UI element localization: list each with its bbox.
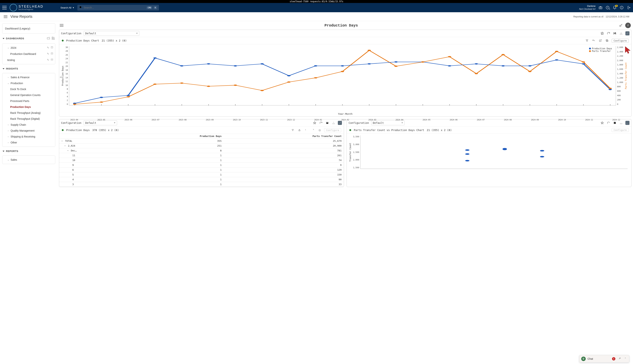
scatter-plot[interactable] [360, 136, 627, 169]
download-icon[interactable] [619, 121, 623, 125]
table-row[interactable]: 111261 [59, 153, 344, 158]
sidebar-item[interactable]: testing✎ [3, 57, 55, 63]
sidebar-item[interactable]: ⌄Sales [3, 157, 55, 163]
table-row[interactable]: 10174 [59, 158, 344, 163]
configure-button[interactable]: Configure [612, 39, 629, 43]
search-scope-dropdown[interactable]: Search All ▼ [61, 6, 74, 9]
star-icon[interactable] [600, 121, 604, 125]
sidebar-item[interactable]: General Operation Counts [3, 92, 55, 98]
brand-logo[interactable]: STEELHEAD technologies [10, 4, 44, 11]
sidebar-item[interactable]: Production Days [3, 104, 55, 110]
panel-menu-icon[interactable] [60, 24, 64, 27]
sidebar-item[interactable]: Rack Throughput (Digital) [3, 116, 55, 122]
edit-icon[interactable]: ✎ [47, 46, 49, 49]
sidebar-item[interactable]: ⌄Production [3, 80, 55, 86]
sidebar-item[interactable]: Rack Throughput (Analog) [3, 110, 55, 116]
axis-expand-icon[interactable]: ⇥ [60, 76, 61, 78]
user-info[interactable]: Darlene Not Clocked In! [579, 5, 595, 10]
section-insights[interactable]: INSIGHTS [2, 66, 55, 71]
archive-icon[interactable] [51, 46, 53, 49]
grid-add-icon[interactable] [52, 36, 55, 40]
table-row[interactable]: − 2,02425120,900 [59, 144, 344, 148]
config-select[interactable]: Default [84, 120, 117, 125]
chart-plot[interactable]: Production Days Parts Transfer [69, 46, 616, 106]
chat-widget[interactable]: D Chat 5 ˄ [579, 355, 629, 362]
bell-icon[interactable]: 9 [612, 6, 617, 10]
logout-icon[interactable] [627, 6, 631, 10]
config-select[interactable]: Default [371, 120, 405, 125]
table-row[interactable]: 61129 [59, 168, 344, 172]
star-icon[interactable] [600, 31, 604, 36]
table-row[interactable]: 919 [59, 163, 344, 168]
sidebar-item[interactable]: ›Supply Chain [3, 122, 55, 128]
dashboard-legacy-button[interactable]: Dashboard (Legacy) [2, 23, 55, 34]
menu-icon[interactable] [2, 6, 7, 9]
data-table[interactable]: Production Days Parts Transfer Count − T… [59, 134, 344, 187]
archive-icon[interactable] [51, 58, 53, 62]
section-dashboards[interactable]: DASHBOARDS [2, 36, 55, 41]
refresh-icon[interactable] [606, 121, 610, 125]
archive-icon[interactable] [51, 52, 53, 56]
expand-icon[interactable] [625, 31, 629, 36]
save-icon[interactable] [613, 31, 617, 36]
table-row[interactable]: 51150 [59, 172, 344, 177]
copy-icon[interactable] [605, 38, 609, 43]
expand-icon[interactable] [625, 121, 629, 125]
sidebar-item-label: Processed Parts [10, 100, 29, 102]
key-icon[interactable] [619, 23, 623, 28]
edit-icon[interactable]: ✎ [47, 58, 49, 62]
chevron-right-icon: › [7, 142, 9, 144]
sidebar-item[interactable]: ⌄2024✎ [3, 45, 55, 51]
filter-icon[interactable] [585, 38, 589, 43]
refresh-icon[interactable] [319, 121, 323, 125]
table-row[interactable]: − TOTAL35525,679 [59, 139, 344, 144]
popout-icon[interactable] [598, 38, 602, 43]
refresh-icon[interactable] [606, 31, 610, 36]
search-box[interactable]: CMD K [77, 5, 159, 10]
sidebar-toggle-icon[interactable] [4, 16, 8, 18]
star-icon[interactable] [312, 121, 317, 125]
sidebar-item[interactable]: Dock To Dock [3, 86, 55, 92]
table-row[interactable]: − Dec…8781 [59, 148, 344, 153]
sidebar-item[interactable]: Processed Parts [3, 98, 55, 104]
undo-icon[interactable] [304, 128, 308, 132]
page-header: View Reports Reporting data is current a… [0, 12, 633, 21]
sidebar-item[interactable]: ›Shipping & Receiving [3, 134, 55, 140]
sidebar-item[interactable]: ›Quality Management [3, 128, 55, 134]
config-select[interactable]: Default [84, 31, 139, 36]
configure-button[interactable]: Configure [612, 128, 629, 132]
camera-icon[interactable] [598, 6, 602, 10]
table-row[interactable]: 4190 [59, 177, 344, 182]
info-icon[interactable] [620, 6, 624, 10]
expand-icon[interactable] [338, 121, 342, 125]
popout-icon[interactable] [617, 357, 621, 361]
svg-point-58 [448, 65, 451, 66]
search-input[interactable] [84, 6, 145, 9]
new-folder-icon[interactable] [47, 36, 50, 40]
popout-icon[interactable] [311, 128, 315, 132]
section-reports[interactable]: REPORTS [2, 149, 55, 153]
lock-icon[interactable] [297, 128, 301, 132]
info-round-icon[interactable]: i [625, 22, 631, 28]
chevron-down-icon: ⌄ [7, 46, 9, 49]
edit-icon[interactable]: ✎ [47, 52, 49, 56]
sidebar-item[interactable]: ›Other [3, 140, 55, 146]
save-icon[interactable] [325, 121, 329, 125]
chevron-up-icon[interactable]: ˄ [623, 357, 627, 361]
undo-icon[interactable] [592, 38, 596, 43]
svg-point-85 [609, 88, 612, 89]
svg-point-95 [540, 150, 544, 152]
copy-icon[interactable] [318, 128, 322, 132]
filter-icon[interactable] [291, 128, 295, 132]
notif-badge: 9 [615, 5, 618, 7]
download-icon[interactable] [332, 121, 336, 125]
save-icon[interactable] [613, 121, 617, 125]
table-row[interactable]: 3133 [59, 182, 344, 187]
config-label: Configuration [61, 32, 82, 35]
configure-button[interactable]: Configure [324, 128, 341, 132]
download-icon[interactable] [619, 31, 623, 36]
sidebar-item[interactable]: Production Dashboard✎ [3, 51, 55, 57]
legend-dot-icon [589, 48, 591, 50]
sidebar-item[interactable]: ›Sales & Finance [3, 74, 55, 80]
clock-icon[interactable]: 0 [605, 6, 610, 10]
